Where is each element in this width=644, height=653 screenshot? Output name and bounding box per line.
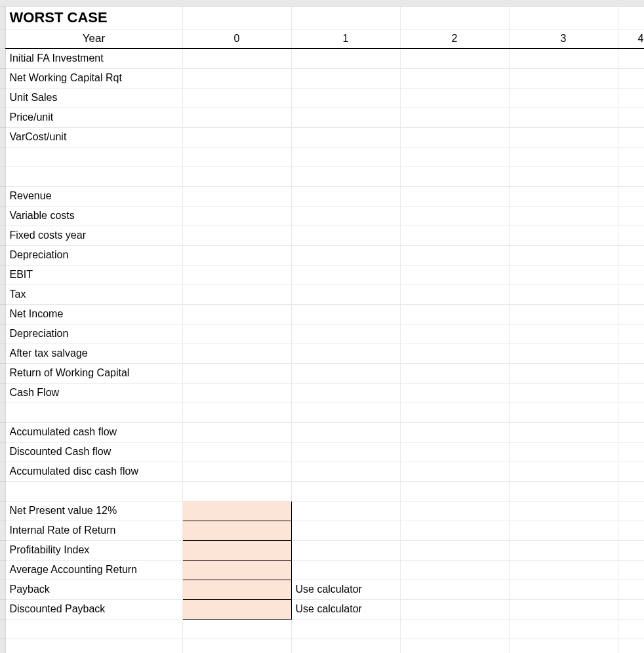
- cell[interactable]: [400, 580, 509, 599]
- cell[interactable]: [291, 383, 400, 403]
- cell[interactable]: [509, 285, 618, 304]
- cell[interactable]: [182, 108, 291, 127]
- cell[interactable]: [509, 363, 618, 383]
- row-header-cell[interactable]: [0, 304, 5, 324]
- row-header-cell[interactable]: [0, 226, 5, 245]
- cell[interactable]: [400, 49, 509, 68]
- cell[interactable]: [291, 186, 400, 206]
- row-header-cell[interactable]: [0, 363, 5, 383]
- cell[interactable]: [400, 560, 509, 580]
- cell[interactable]: [182, 304, 291, 324]
- row-label[interactable]: Depreciation: [5, 324, 182, 344]
- cell[interactable]: [291, 7, 400, 29]
- cell[interactable]: [291, 285, 400, 304]
- row-header-cell[interactable]: [0, 462, 5, 481]
- cell[interactable]: [509, 540, 618, 560]
- cell[interactable]: [618, 88, 644, 108]
- row-label[interactable]: Variable costs: [5, 206, 182, 226]
- cell[interactable]: [400, 481, 509, 501]
- cell[interactable]: [291, 304, 400, 324]
- row-label[interactable]: [5, 403, 182, 422]
- cell[interactable]: [509, 422, 618, 442]
- cell[interactable]: [5, 639, 182, 653]
- row-label[interactable]: Depreciation: [5, 245, 182, 265]
- cell[interactable]: [509, 442, 618, 462]
- cell[interactable]: [509, 501, 618, 521]
- year-col-3[interactable]: 3: [509, 29, 618, 49]
- cell[interactable]: [618, 462, 644, 481]
- cell[interactable]: [618, 442, 644, 462]
- cell[interactable]: [182, 206, 291, 226]
- cell[interactable]: [618, 599, 644, 619]
- cell[interactable]: [291, 147, 400, 167]
- cell[interactable]: [618, 324, 644, 344]
- cell[interactable]: [618, 7, 644, 29]
- cell[interactable]: [509, 580, 618, 599]
- summary-note-cell[interactable]: [291, 521, 400, 540]
- summary-note-cell[interactable]: [291, 540, 400, 560]
- cell[interactable]: [618, 580, 644, 599]
- cell[interactable]: [291, 265, 400, 285]
- cell[interactable]: [291, 108, 400, 127]
- row-label[interactable]: Accumulated disc cash flow: [5, 462, 182, 481]
- cell[interactable]: [182, 639, 291, 653]
- cell[interactable]: [509, 599, 618, 619]
- cell[interactable]: [400, 108, 509, 127]
- summary-value-cell[interactable]: [182, 560, 291, 580]
- cell[interactable]: [400, 127, 509, 147]
- cell[interactable]: [291, 167, 400, 186]
- cell[interactable]: [291, 127, 400, 147]
- cell[interactable]: [291, 324, 400, 344]
- cell[interactable]: [618, 226, 644, 245]
- cell[interactable]: [509, 265, 618, 285]
- row-label[interactable]: After tax salvage: [5, 344, 182, 363]
- cell[interactable]: [618, 639, 644, 653]
- row-header-cell[interactable]: [0, 639, 5, 653]
- cell[interactable]: [618, 540, 644, 560]
- row-header-cell[interactable]: [0, 245, 5, 265]
- cell[interactable]: [400, 68, 509, 88]
- row-header-cell[interactable]: [0, 68, 5, 88]
- row-label[interactable]: Discounted Cash flow: [5, 442, 182, 462]
- cell[interactable]: [618, 147, 644, 167]
- row-header-cell[interactable]: [0, 580, 5, 599]
- cell[interactable]: [618, 245, 644, 265]
- year-col-2[interactable]: 2: [400, 29, 509, 49]
- cell[interactable]: [618, 304, 644, 324]
- cell[interactable]: [618, 501, 644, 521]
- row-header-cell[interactable]: [0, 324, 5, 344]
- row-header-cell[interactable]: [0, 540, 5, 560]
- row-header-cell[interactable]: [0, 599, 5, 619]
- cell[interactable]: [400, 226, 509, 245]
- summary-label[interactable]: Profitability Index: [5, 540, 182, 560]
- summary-value-cell[interactable]: [182, 501, 291, 521]
- cell[interactable]: [400, 304, 509, 324]
- summary-note-cell[interactable]: [291, 501, 400, 521]
- cell[interactable]: [400, 88, 509, 108]
- cell[interactable]: [291, 442, 400, 462]
- cell[interactable]: [182, 245, 291, 265]
- cell[interactable]: [509, 304, 618, 324]
- cell[interactable]: [618, 383, 644, 403]
- cell[interactable]: [182, 285, 291, 304]
- cell[interactable]: [400, 422, 509, 442]
- row-header-cell[interactable]: [0, 285, 5, 304]
- summary-value-cell[interactable]: [182, 599, 291, 619]
- cell[interactable]: [182, 324, 291, 344]
- cell[interactable]: [400, 363, 509, 383]
- cell[interactable]: [509, 226, 618, 245]
- cell[interactable]: [509, 167, 618, 186]
- cell[interactable]: [618, 403, 644, 422]
- row-label[interactable]: Net Income: [5, 304, 182, 324]
- row-header-cell[interactable]: [0, 186, 5, 206]
- cell[interactable]: [400, 206, 509, 226]
- row-label[interactable]: Return of Working Capital: [5, 363, 182, 383]
- cell[interactable]: [182, 226, 291, 245]
- row-header-cell[interactable]: [0, 147, 5, 167]
- cell[interactable]: [291, 422, 400, 442]
- cell[interactable]: [618, 265, 644, 285]
- cell[interactable]: [291, 363, 400, 383]
- cell[interactable]: [509, 88, 618, 108]
- cell[interactable]: [509, 403, 618, 422]
- cell[interactable]: [509, 108, 618, 127]
